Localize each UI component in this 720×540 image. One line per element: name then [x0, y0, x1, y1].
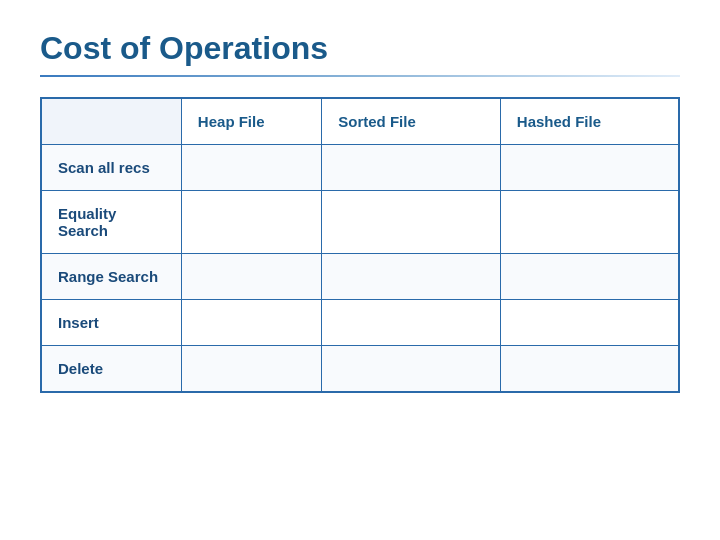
table-wrapper: Heap File Sorted File Hashed File Scan a… — [40, 97, 680, 393]
row-equality-heap — [181, 191, 321, 254]
title-divider — [40, 75, 680, 77]
header-hashed-file: Hashed File — [500, 98, 679, 145]
row-range-hashed — [500, 254, 679, 300]
row-delete-heap — [181, 346, 321, 393]
row-equality-sorted — [322, 191, 501, 254]
title-section: Cost of Operations — [40, 30, 680, 77]
row-label-equality: Equality Search — [41, 191, 181, 254]
row-label-insert: Insert — [41, 300, 181, 346]
cost-table: Heap File Sorted File Hashed File Scan a… — [40, 97, 680, 393]
row-insert-heap — [181, 300, 321, 346]
row-range-heap — [181, 254, 321, 300]
table-row: Delete — [41, 346, 679, 393]
row-range-sorted — [322, 254, 501, 300]
table-row: Scan all recs — [41, 145, 679, 191]
header-empty — [41, 98, 181, 145]
row-label-delete: Delete — [41, 346, 181, 393]
row-scan-hashed — [500, 145, 679, 191]
main-page: Cost of Operations Heap File Sorted File… — [0, 0, 720, 540]
table-row: Equality Search — [41, 191, 679, 254]
row-delete-sorted — [322, 346, 501, 393]
header-heap-file: Heap File — [181, 98, 321, 145]
table-row: Range Search — [41, 254, 679, 300]
row-label-scan: Scan all recs — [41, 145, 181, 191]
table-header-row: Heap File Sorted File Hashed File — [41, 98, 679, 145]
page-title: Cost of Operations — [40, 30, 680, 67]
row-label-range: Range Search — [41, 254, 181, 300]
row-delete-hashed — [500, 346, 679, 393]
row-equality-hashed — [500, 191, 679, 254]
table-row: Insert — [41, 300, 679, 346]
row-scan-heap — [181, 145, 321, 191]
row-scan-sorted — [322, 145, 501, 191]
row-insert-sorted — [322, 300, 501, 346]
header-sorted-file: Sorted File — [322, 98, 501, 145]
row-insert-hashed — [500, 300, 679, 346]
